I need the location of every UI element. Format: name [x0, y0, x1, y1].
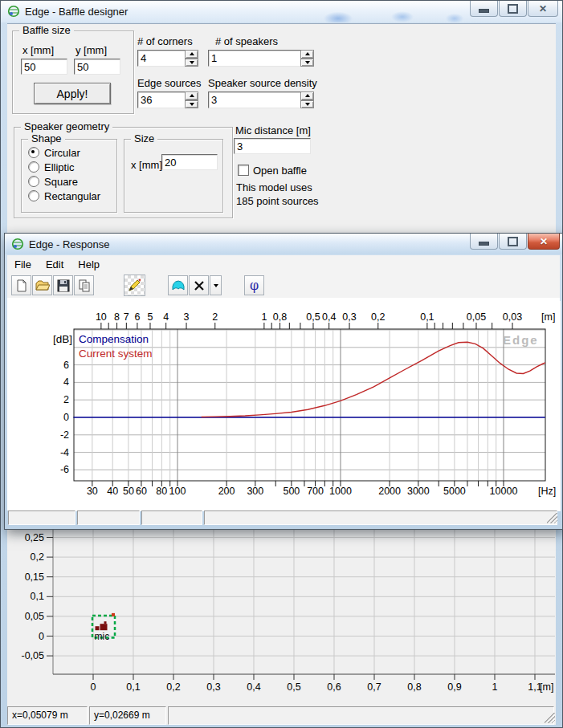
svg-text:0,5: 0,5: [287, 681, 300, 693]
svg-text:1000: 1000: [329, 486, 352, 497]
save-button[interactable]: [53, 275, 73, 295]
svg-text:0,3: 0,3: [206, 681, 220, 693]
svg-text:300: 300: [247, 486, 263, 497]
minimize-button[interactable]: [470, 234, 498, 250]
menu-file[interactable]: File: [7, 256, 39, 273]
delete-curve-button[interactable]: [189, 275, 209, 295]
spin-up-icon[interactable]: [300, 50, 314, 59]
svg-text:0,9: 0,9: [447, 681, 461, 693]
density-input[interactable]: [208, 92, 301, 108]
dropdown-arrow-icon: [214, 284, 218, 287]
status-x-coordinate: x=0,05079 m: [7, 706, 88, 725]
window-title: Edge - Baffle designer: [25, 6, 128, 18]
radio-elliptic[interactable]: Elliptic: [28, 161, 75, 173]
save-icon: [56, 279, 71, 293]
maximize-icon: [508, 4, 518, 14]
svg-text:500: 500: [283, 486, 300, 497]
svg-text:8: 8: [114, 311, 120, 323]
menu-help[interactable]: Help: [71, 256, 107, 273]
baffle-x-input[interactable]: [21, 59, 67, 75]
mic-marker[interactable]: mic: [95, 621, 110, 641]
corners-spinner[interactable]: [185, 50, 198, 67]
speakers-spinner[interactable]: [300, 50, 314, 67]
radio-square[interactable]: Square: [28, 176, 78, 187]
spin-down-icon[interactable]: [300, 100, 314, 109]
svg-text:0,8: 0,8: [407, 681, 421, 693]
resize-grip[interactable]: [545, 713, 555, 723]
svg-text:-4: -4: [60, 447, 69, 458]
head-tool-button[interactable]: [168, 275, 188, 295]
speaker-geometry-group: Speaker geometry Shape Circular Elliptic…: [14, 127, 233, 218]
response-status-bar: [8, 510, 559, 525]
new-document-button[interactable]: [11, 275, 31, 295]
response-menubar: File Edit Help: [7, 255, 560, 274]
svg-text:0,2: 0,2: [31, 551, 44, 563]
spin-down-icon[interactable]: [300, 59, 314, 67]
delete-dropdown-button[interactable]: [210, 275, 222, 295]
open-baffle-checkbox[interactable]: [238, 165, 249, 176]
svg-text:3: 3: [184, 311, 190, 323]
speaker-geometry-legend: Speaker geometry: [21, 120, 112, 132]
open-button[interactable]: [32, 275, 52, 295]
close-button[interactable]: ✕: [528, 234, 560, 250]
svg-text:60: 60: [136, 486, 147, 497]
close-icon: ✕: [540, 237, 548, 246]
status-panel: [77, 510, 140, 525]
menu-edit[interactable]: Edit: [39, 256, 71, 273]
pen-tool-button[interactable]: [124, 275, 145, 296]
corners-input[interactable]: [137, 50, 186, 67]
svg-text:3000: 3000: [407, 486, 430, 497]
edge-sources-spinner[interactable]: [185, 92, 198, 108]
size-x-input[interactable]: [161, 154, 218, 170]
pen-icon: [126, 277, 143, 294]
baffle-designer-titlebar[interactable]: Edge - Baffle designer ✕: [1, 1, 562, 22]
svg-text:0,3: 0,3: [342, 311, 356, 323]
svg-text:0,5: 0,5: [306, 311, 320, 323]
svg-text:0,2: 0,2: [371, 311, 385, 323]
resize-grip[interactable]: [547, 513, 557, 523]
svg-text:[m]: [m]: [541, 311, 555, 323]
svg-text:0,1: 0,1: [420, 311, 434, 323]
response-chart: 3040506080100200300500700100020003000500…: [8, 301, 561, 511]
radio-circular[interactable]: Circular: [28, 147, 80, 158]
spin-up-icon[interactable]: [185, 92, 198, 100]
baffle-size-group: Baffle size x [mm] y [mm] Apply!: [12, 31, 134, 114]
svg-text:0,6: 0,6: [327, 681, 341, 693]
svg-text:700: 700: [307, 486, 324, 497]
response-toolbar: φ: [7, 273, 560, 298]
svg-text:40: 40: [107, 486, 118, 497]
spin-up-icon[interactable]: [300, 92, 314, 100]
phase-phi-icon: φ: [250, 278, 259, 293]
spin-up-icon[interactable]: [185, 50, 198, 59]
speakers-input[interactable]: [208, 50, 301, 67]
response-titlebar[interactable]: Edge - Response ✕: [5, 234, 562, 254]
svg-text:0,15: 0,15: [25, 571, 44, 583]
mic-distance-input[interactable]: [234, 138, 311, 154]
baffle-status-bar: x=0,05079 m y=0,02669 m: [7, 706, 556, 725]
shape-legend: Shape: [28, 132, 65, 144]
apply-button[interactable]: Apply!: [34, 83, 111, 104]
svg-text:30: 30: [87, 486, 98, 497]
svg-text:[Hz]: [Hz]: [538, 486, 556, 497]
svg-text:Current system: Current system: [79, 348, 153, 360]
svg-text:2000: 2000: [378, 486, 401, 497]
phase-button[interactable]: φ: [244, 275, 264, 295]
status-panel: [141, 510, 202, 525]
density-spinner[interactable]: [300, 92, 314, 108]
maximize-button[interactable]: [499, 234, 527, 250]
svg-text:Compensation: Compensation: [79, 333, 149, 345]
radio-rectangular[interactable]: Rectangular: [28, 190, 100, 201]
minimize-icon: [479, 9, 489, 13]
baffle-y-input[interactable]: [74, 59, 120, 75]
svg-text:-2: -2: [60, 429, 69, 441]
svg-text:4: 4: [63, 376, 69, 388]
open-baffle-label: Open baffle: [253, 165, 307, 177]
shape-group: Shape Circular Elliptic Square Rectangul…: [21, 139, 117, 213]
spin-down-icon[interactable]: [185, 100, 198, 109]
edge-sources-input[interactable]: [137, 92, 186, 108]
maximize-button[interactable]: [499, 1, 527, 17]
spin-down-icon[interactable]: [185, 59, 198, 67]
close-button[interactable]: ✕: [528, 1, 558, 17]
minimize-button[interactable]: [470, 1, 498, 17]
copy-button[interactable]: [74, 275, 94, 295]
